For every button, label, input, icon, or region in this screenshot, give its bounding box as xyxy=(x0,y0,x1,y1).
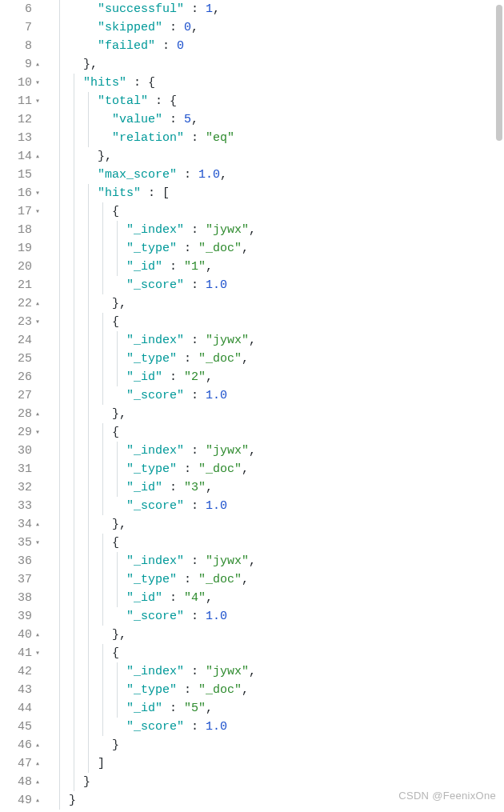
code-line: "skipped" : 0, xyxy=(54,18,504,37)
line-number: 25 xyxy=(0,350,45,368)
code-line: "_id" : "3", xyxy=(54,478,504,497)
code-line: "_score" : 1.0 xyxy=(54,607,504,626)
code-line: ] xyxy=(54,754,504,773)
code-line: { xyxy=(54,313,504,331)
line-number: 9▴ xyxy=(0,55,45,74)
json-punct: { xyxy=(112,315,119,329)
line-number-text: 43 xyxy=(18,681,32,699)
line-number-text: 6 xyxy=(25,0,32,18)
json-key: "_score" xyxy=(126,610,184,623)
json-punct: : xyxy=(184,720,206,734)
code-line: }, xyxy=(54,147,504,166)
json-punct: , xyxy=(242,573,249,586)
fold-close-icon[interactable]: ▴ xyxy=(34,736,42,754)
line-number-text: 20 xyxy=(18,258,32,276)
line-number-text: 29 xyxy=(18,423,32,442)
json-key: "_id" xyxy=(126,260,162,274)
json-key: "_score" xyxy=(126,720,184,734)
json-punct: , xyxy=(242,462,249,476)
json-punct: , xyxy=(249,223,256,237)
line-number-text: 45 xyxy=(18,718,32,736)
line-number: 16▾ xyxy=(0,184,45,202)
json-punct: : xyxy=(184,389,206,402)
json-number: 1.0 xyxy=(198,168,220,182)
line-number: 35▾ xyxy=(0,534,45,552)
json-string: "jywx" xyxy=(206,444,249,458)
json-punct: { xyxy=(112,426,119,439)
json-key: "max_score" xyxy=(98,168,177,182)
json-number: 1.0 xyxy=(206,389,227,402)
line-number: 21 xyxy=(0,276,45,294)
json-punct: , xyxy=(249,554,256,568)
fold-close-icon[interactable]: ▴ xyxy=(34,773,42,791)
fold-open-icon[interactable]: ▾ xyxy=(34,202,42,221)
code-line: }, xyxy=(54,515,504,534)
fold-open-icon[interactable]: ▾ xyxy=(34,184,42,202)
fold-open-icon[interactable]: ▾ xyxy=(34,92,42,110)
fold-close-icon[interactable]: ▴ xyxy=(34,55,42,74)
json-punct: }, xyxy=(112,628,126,642)
fold-open-icon[interactable]: ▾ xyxy=(34,423,42,442)
json-punct: }, xyxy=(83,58,98,71)
json-punct: : xyxy=(184,334,206,347)
line-number-text: 11 xyxy=(18,92,32,110)
fold-close-icon[interactable]: ▴ xyxy=(34,147,42,166)
json-punct: , xyxy=(242,683,249,697)
line-number-text: 10 xyxy=(18,74,32,92)
json-punct: , xyxy=(242,242,249,255)
json-key: "failed" xyxy=(98,39,155,53)
line-number-text: 26 xyxy=(18,368,32,386)
line-number-text: 15 xyxy=(18,166,32,184)
code-area[interactable]: "successful" : 1, "skipped" : 0, "failed… xyxy=(45,0,504,810)
line-number: 24 xyxy=(0,331,45,350)
json-key: "_id" xyxy=(126,591,162,605)
code-line: "max_score" : 1.0, xyxy=(54,166,504,184)
json-punct: : xyxy=(162,481,184,494)
line-number-text: 34 xyxy=(18,515,32,534)
json-string: "_doc" xyxy=(198,573,242,586)
json-punct: , xyxy=(213,2,220,16)
code-line: "successful" : 1, xyxy=(54,0,504,18)
code-line: "total" : { xyxy=(54,92,504,110)
scrollbar-thumb[interactable] xyxy=(496,5,502,141)
fold-close-icon[interactable]: ▴ xyxy=(34,515,42,534)
json-punct: } xyxy=(112,738,119,752)
json-string: "3" xyxy=(184,481,206,494)
code-line: } xyxy=(54,736,504,754)
line-number-text: 42 xyxy=(18,662,32,681)
fold-open-icon[interactable]: ▾ xyxy=(34,74,42,92)
json-key: "_type" xyxy=(126,573,177,586)
line-number: 40▴ xyxy=(0,626,45,644)
fold-close-icon[interactable]: ▴ xyxy=(34,294,42,313)
fold-open-icon[interactable]: ▾ xyxy=(34,313,42,331)
line-number-text: 36 xyxy=(18,552,32,570)
fold-open-icon[interactable]: ▾ xyxy=(34,644,42,662)
fold-close-icon[interactable]: ▴ xyxy=(34,405,42,423)
json-punct: , xyxy=(191,113,198,126)
json-key: "_index" xyxy=(126,554,184,568)
json-punct: : xyxy=(162,21,184,34)
json-punct: : [ xyxy=(141,186,170,200)
fold-open-icon[interactable]: ▾ xyxy=(34,534,42,552)
json-punct: , xyxy=(249,665,256,678)
line-number: 10▾ xyxy=(0,74,45,92)
line-number: 49▴ xyxy=(0,791,45,810)
json-punct: , xyxy=(206,260,213,274)
json-key: "_index" xyxy=(126,665,184,678)
json-punct: : xyxy=(184,223,206,237)
json-punct: : xyxy=(177,573,198,586)
line-number-gutter: 6789▴10▾11▾121314▴1516▾17▾1819202122▴23▾… xyxy=(0,0,45,810)
json-string: "5" xyxy=(184,702,206,715)
code-line: "_id" : "2", xyxy=(54,368,504,386)
json-number: 1.0 xyxy=(206,610,227,623)
fold-close-icon[interactable]: ▴ xyxy=(34,754,42,773)
json-punct: }, xyxy=(112,518,126,531)
fold-close-icon[interactable]: ▴ xyxy=(34,626,42,644)
line-number-text: 24 xyxy=(18,331,32,350)
line-number: 7 xyxy=(0,18,45,37)
fold-close-icon[interactable]: ▴ xyxy=(34,791,42,810)
json-punct: : xyxy=(184,444,206,458)
json-punct: , xyxy=(206,702,213,715)
json-key: "_score" xyxy=(126,278,184,292)
code-line: "_type" : "_doc", xyxy=(54,681,504,699)
